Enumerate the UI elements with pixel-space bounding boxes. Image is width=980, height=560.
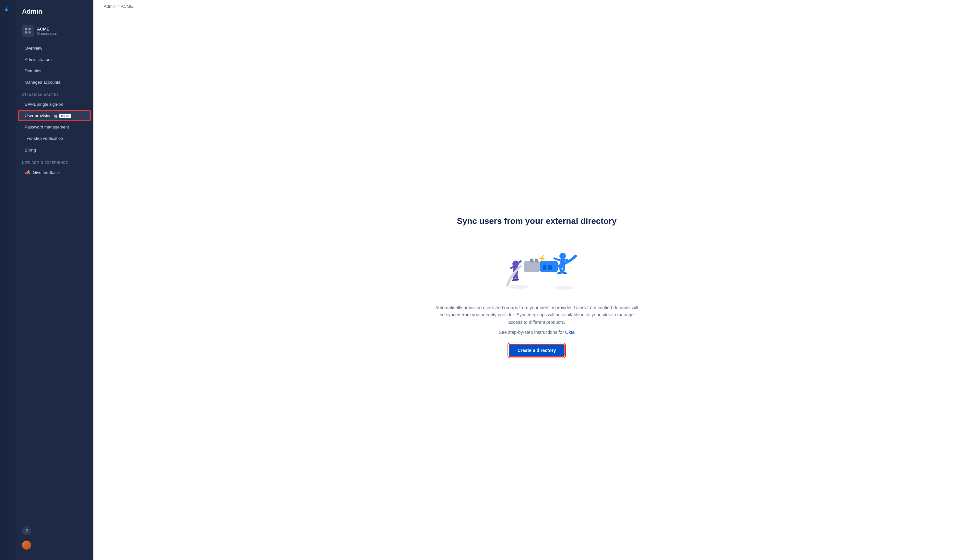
beta-badge: BETA <box>59 113 71 118</box>
breadcrumb-admin-link[interactable]: Admin <box>104 4 116 9</box>
sidebar-item-user-provisioning[interactable]: User provisioning BETA <box>18 110 91 121</box>
svg-rect-3 <box>28 32 30 33</box>
help-button[interactable]: ? <box>22 526 31 535</box>
svg-point-27 <box>563 272 567 274</box>
billing-arrow-icon: → <box>80 147 84 152</box>
create-directory-button[interactable]: Create a directory <box>509 344 564 357</box>
sidebar-title: Admin <box>16 5 93 22</box>
step-instruction-link[interactable]: Okta <box>565 330 575 335</box>
svg-point-4 <box>509 285 528 289</box>
sidebar-item-managed-accounts[interactable]: Managed accounts <box>18 77 91 88</box>
svg-rect-0 <box>25 28 27 30</box>
nav-section-atlassian-access: ATLASSIAN ACCESS <box>16 88 93 98</box>
nav-section-new-admin: NEW ADMIN EXPERIENCE <box>16 156 93 167</box>
content-area: Sync users from your external directory <box>93 13 980 560</box>
sidebar-bottom: ? <box>16 521 93 555</box>
sidebar-item-overview[interactable]: Overview <box>18 43 91 53</box>
megaphone-icon: 📣 <box>25 170 30 175</box>
description-text: Automatically provision users and groups… <box>433 304 641 326</box>
breadcrumb: Admin / ACME <box>93 0 980 13</box>
user-avatar[interactable] <box>22 540 31 550</box>
user-provisioning-content: User provisioning BETA <box>25 113 71 118</box>
step-instruction: See step-by-step instructions for Okta <box>499 330 575 335</box>
svg-point-21 <box>560 253 566 259</box>
svg-rect-13 <box>524 261 540 272</box>
svg-rect-18 <box>543 265 546 270</box>
svg-rect-14 <box>530 258 533 262</box>
org-icon <box>22 25 34 37</box>
svg-rect-2 <box>25 32 27 33</box>
org-name: ACME <box>37 27 57 32</box>
breadcrumb-separator: / <box>118 4 119 9</box>
svg-rect-20 <box>560 258 565 268</box>
svg-point-26 <box>557 272 561 274</box>
svg-rect-19 <box>548 265 551 270</box>
sidebar-item-password-management[interactable]: Password management <box>18 122 91 132</box>
sidebar-item-give-feedback[interactable]: 📣 Give feedback <box>18 167 91 178</box>
icon-strip <box>0 0 16 560</box>
org-subtitle: Organization <box>37 32 57 35</box>
sidebar-item-saml-sso[interactable]: SAML single sign-on <box>18 99 91 110</box>
sync-illustration: ⚡ <box>485 237 589 295</box>
svg-point-12 <box>515 279 519 281</box>
page-heading: Sync users from your external directory <box>457 216 617 226</box>
svg-rect-1 <box>28 28 30 30</box>
main-content: Admin / ACME Sync users from your extern… <box>93 0 980 560</box>
sidebar: Admin ACME Organization Overview Adminis… <box>16 0 93 560</box>
sidebar-item-administrators[interactable]: Administrators <box>18 54 91 65</box>
org-block[interactable]: ACME Organization <box>16 22 93 40</box>
sidebar-item-billing[interactable]: Billing → <box>18 144 91 155</box>
sidebar-item-domains[interactable]: Domains <box>18 65 91 76</box>
sidebar-item-two-step-verification[interactable]: Two-step verification <box>18 133 91 144</box>
breadcrumb-current: ACME <box>121 4 133 9</box>
atlassian-logo-icon[interactable] <box>3 4 12 13</box>
svg-rect-22 <box>553 257 561 261</box>
org-text: ACME Organization <box>37 27 57 35</box>
svg-point-28 <box>555 286 574 290</box>
